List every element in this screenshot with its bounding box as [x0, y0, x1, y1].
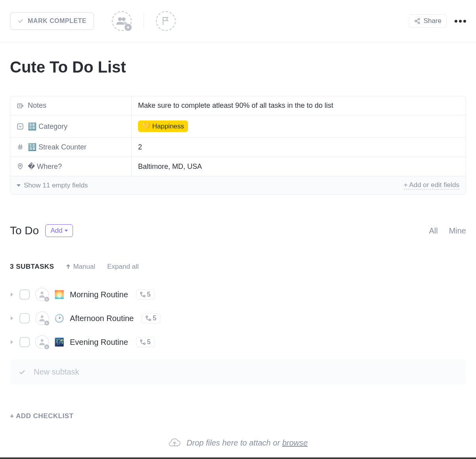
caret-down-icon	[17, 184, 21, 187]
dropzone-text: Drop files here to attach or browse	[186, 438, 308, 448]
assign-button[interactable]: +	[35, 288, 49, 301]
mark-complete-button[interactable]: MARK COMPLETE	[10, 12, 94, 30]
svg-marker-25	[11, 316, 13, 320]
field-label-text: 🔢 Streak Counter	[28, 143, 86, 151]
subtask-count-pill[interactable]: 5	[136, 289, 155, 300]
task-row[interactable]: + 🌅 Morning Routine 5	[10, 283, 466, 306]
svg-point-3	[415, 20, 416, 22]
expand-all-button[interactable]: Expand all	[107, 263, 138, 271]
flag-icon	[162, 17, 170, 25]
svg-point-32	[144, 343, 145, 344]
field-row-where: � Where? Baltimore, MD, USA	[10, 157, 466, 176]
arrow-up-icon	[66, 264, 71, 269]
flag-priority-button[interactable]	[156, 11, 176, 31]
sort-manual-button[interactable]: Manual	[66, 263, 95, 271]
plus-badge-icon: +	[44, 321, 49, 325]
svg-point-28	[149, 319, 151, 321]
svg-point-17	[19, 165, 21, 166]
subtask-count-pill[interactable]: 5	[136, 337, 155, 347]
check-icon	[19, 369, 26, 376]
subtask-bar: 3 SUBTASKS Manual Expand all	[10, 263, 466, 271]
show-empty-label: Show 11 empty fields	[24, 182, 88, 189]
field-label-text: � Where?	[28, 162, 62, 171]
filter-mine[interactable]: Mine	[449, 226, 466, 235]
chevron-right-icon[interactable]	[10, 316, 14, 320]
share-button[interactable]: Share	[409, 14, 447, 28]
cloud-upload-icon	[168, 438, 181, 448]
svg-marker-19	[65, 230, 68, 232]
svg-marker-29	[11, 340, 13, 344]
field-value[interactable]: Make sure to complete atleast 90% of all…	[132, 96, 466, 115]
plus-badge-icon: +	[44, 297, 49, 302]
svg-line-5	[416, 19, 418, 21]
field-value[interactable]: Baltimore, MD, USA	[132, 157, 466, 176]
todo-filters: All Mine	[429, 226, 466, 235]
fields-table: Notes Make sure to complete atleast 90% …	[10, 96, 466, 195]
branch-icon	[140, 292, 146, 297]
fields-footer: Show 11 empty fields + Add or edit field…	[10, 176, 466, 194]
add-task-button[interactable]: Add	[45, 224, 73, 237]
page-title[interactable]: Cute To Do List	[10, 58, 466, 76]
task-checkbox[interactable]	[19, 313, 30, 323]
dot-icon	[463, 20, 466, 23]
plus-badge-icon: +	[125, 24, 132, 31]
chevron-right-icon[interactable]	[10, 340, 14, 344]
field-label-text: Notes	[28, 101, 46, 110]
svg-point-1	[122, 17, 125, 21]
assign-button[interactable]: +	[35, 335, 49, 349]
field-value[interactable]: 2	[132, 138, 466, 157]
svg-point-22	[41, 292, 44, 295]
field-row-streak: 🔢 Streak Counter 2	[10, 138, 466, 157]
hash-icon	[17, 143, 24, 151]
task-checkbox[interactable]	[19, 289, 30, 300]
subtask-count: 3 SUBTASKS	[10, 263, 54, 271]
task-checkbox[interactable]	[19, 337, 30, 347]
subtask-count-pill[interactable]: 5	[142, 313, 160, 323]
task-list: + 🌅 Morning Routine 5 + 🕑 Afternoon Rout…	[10, 283, 466, 354]
svg-point-0	[118, 17, 121, 21]
field-row-notes: Notes Make sure to complete atleast 90% …	[10, 96, 466, 115]
task-row[interactable]: + 🕑 Afternoon Routine 5	[10, 306, 466, 330]
caret-down-icon	[65, 229, 68, 232]
assign-people-button[interactable]: +	[112, 11, 132, 31]
footer-band	[0, 457, 476, 459]
svg-point-4	[418, 22, 420, 24]
header-actions: +	[112, 11, 176, 31]
field-row-category: 🔠 Category 💛 Happiness	[10, 115, 466, 138]
filter-all[interactable]: All	[429, 226, 438, 235]
assign-button[interactable]: +	[35, 312, 49, 325]
header: MARK COMPLETE + Share	[0, 0, 476, 42]
svg-marker-18	[17, 184, 21, 187]
add-checklist-button[interactable]: + ADD CHECKLIST	[10, 412, 466, 420]
new-subtask-input[interactable]	[34, 367, 134, 377]
chevron-right-icon[interactable]	[10, 293, 14, 296]
task-name: Evening Routine	[70, 338, 128, 347]
todo-section-title: To Do	[10, 224, 39, 237]
more-menu-button[interactable]	[455, 20, 466, 23]
people-icon	[116, 17, 127, 25]
person-icon	[39, 291, 45, 298]
show-empty-fields-button[interactable]: Show 11 empty fields	[17, 182, 88, 189]
svg-point-26	[41, 316, 44, 318]
new-subtask-row[interactable]	[10, 360, 466, 384]
browse-link[interactable]: browse	[282, 438, 307, 447]
task-row[interactable]: + 🌃 Evening Routine 5	[10, 330, 466, 354]
attachment-dropzone[interactable]: Drop files here to attach or browse	[10, 432, 466, 453]
field-label: � Where?	[10, 157, 132, 176]
divider	[144, 14, 144, 28]
plus-badge-icon: +	[44, 344, 49, 349]
branch-icon	[146, 316, 151, 321]
notes-icon	[17, 102, 24, 109]
edit-fields-link[interactable]: + Add or edit fields	[404, 181, 459, 189]
field-label: Notes	[10, 96, 132, 115]
check-icon	[17, 18, 24, 24]
person-icon	[39, 315, 45, 321]
task-name: Morning Routine	[70, 290, 128, 299]
page-content: Cute To Do List Notes Make sure to compl…	[0, 58, 476, 453]
svg-point-23	[140, 292, 142, 294]
mark-complete-label: MARK COMPLETE	[28, 17, 86, 25]
task-emoji: 🌃	[54, 337, 64, 347]
add-label: Add	[50, 227, 62, 235]
field-value[interactable]: 💛 Happiness	[132, 115, 466, 137]
svg-point-2	[418, 18, 420, 20]
